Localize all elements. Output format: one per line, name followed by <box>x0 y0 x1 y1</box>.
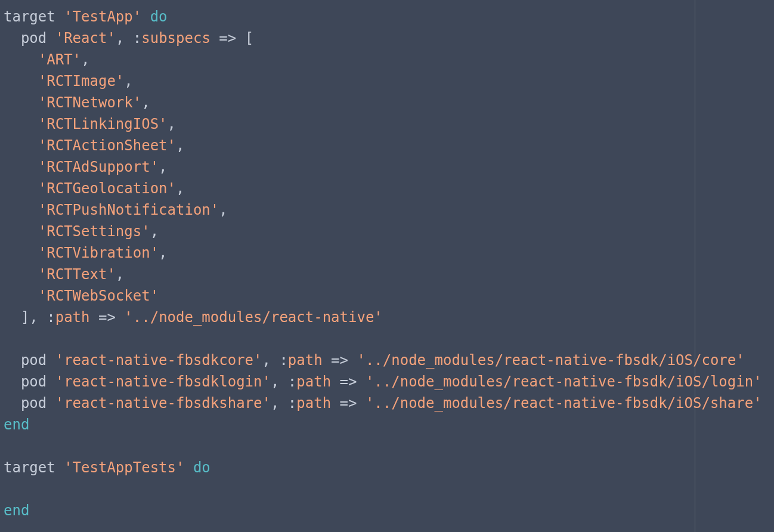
comma: , <box>219 202 227 218</box>
str-fbsdkcore-path: '../node_modules/react-native-fbsdk/iOS/… <box>357 352 744 369</box>
colon: : <box>133 30 141 47</box>
str-testapptests: 'TestAppTests' <box>64 459 184 476</box>
kw-pod: pod <box>21 352 47 369</box>
str-rcttext: 'RCTText' <box>38 266 116 283</box>
comma: , <box>159 245 167 261</box>
str-fbsdklogin: 'react-native-fbsdklogin' <box>55 373 271 390</box>
comma: , <box>116 266 124 283</box>
kw-do: do <box>150 8 168 25</box>
sym-subspecs: subspecs <box>141 30 210 47</box>
kw-target: target <box>4 8 55 25</box>
sym-path: path <box>55 309 90 326</box>
comma: , <box>150 223 159 240</box>
kw-do: do <box>193 459 210 476</box>
comma: , <box>176 137 184 154</box>
comma: , <box>262 352 271 369</box>
comma: , <box>168 116 176 132</box>
comma: , <box>81 51 89 68</box>
sym-path: path <box>288 352 323 369</box>
str-fbsdkshare-path: '../node_modules/react-native-fbsdk/iOS/… <box>366 395 762 412</box>
comma: , <box>271 373 279 390</box>
colon: : <box>288 373 296 390</box>
comma: , <box>116 30 124 47</box>
comma: , <box>159 159 167 175</box>
code-block: target 'TestApp' do pod 'React', :subspe… <box>0 0 774 521</box>
str-rctwebsocket: 'RCTWebSocket' <box>38 287 159 304</box>
str-rctvibration: 'RCTVibration' <box>38 245 159 261</box>
str-rctpushnotif: 'RCTPushNotification' <box>38 202 219 218</box>
str-react: 'React' <box>55 30 116 47</box>
str-rctnetwork: 'RCTNetwork' <box>38 94 141 111</box>
comma: , <box>176 180 184 197</box>
str-rctlinkingios: 'RCTLinkingIOS' <box>38 116 168 132</box>
arrow: => <box>340 373 357 390</box>
colon: : <box>47 309 55 326</box>
kw-end: end <box>4 416 29 433</box>
kw-target: target <box>4 459 55 476</box>
kw-pod: pod <box>21 395 47 412</box>
str-rctactionsheet: 'RCTActionSheet' <box>38 137 176 154</box>
code-editor[interactable]: target 'TestApp' do pod 'React', :subspe… <box>0 0 774 532</box>
str-rctadsupport: 'RCTAdSupport' <box>38 159 159 175</box>
kw-pod: pod <box>21 30 47 47</box>
str-rnpath: '../node_modules/react-native' <box>124 309 382 326</box>
comma: , <box>271 395 279 412</box>
colon: : <box>288 395 296 412</box>
arrow: => <box>340 395 357 412</box>
str-rctimage: 'RCTImage' <box>38 73 125 89</box>
colon: : <box>279 352 287 369</box>
kw-end: end <box>4 502 29 519</box>
comma: , <box>124 73 132 89</box>
comma: , <box>29 309 38 326</box>
sym-path: path <box>296 373 331 390</box>
lbracket: [ <box>245 30 253 47</box>
str-art: 'ART' <box>38 51 81 68</box>
arrow: => <box>219 30 236 47</box>
kw-pod: pod <box>21 373 47 390</box>
sym-path: path <box>296 395 331 412</box>
ruler-guide <box>695 0 695 532</box>
str-fbsdkshare: 'react-native-fbsdkshare' <box>55 395 271 412</box>
str-fbsdkcore: 'react-native-fbsdkcore' <box>55 352 262 369</box>
rbracket: ] <box>21 309 29 326</box>
arrow: => <box>331 352 348 369</box>
comma: , <box>141 94 150 111</box>
str-rctgeolocation: 'RCTGeolocation' <box>38 180 176 197</box>
str-rctsettings: 'RCTSettings' <box>38 223 150 240</box>
str-testapp: 'TestApp' <box>64 8 141 25</box>
arrow: => <box>98 309 116 326</box>
str-fbsdklogin-path: '../node_modules/react-native-fbsdk/iOS/… <box>366 373 762 390</box>
